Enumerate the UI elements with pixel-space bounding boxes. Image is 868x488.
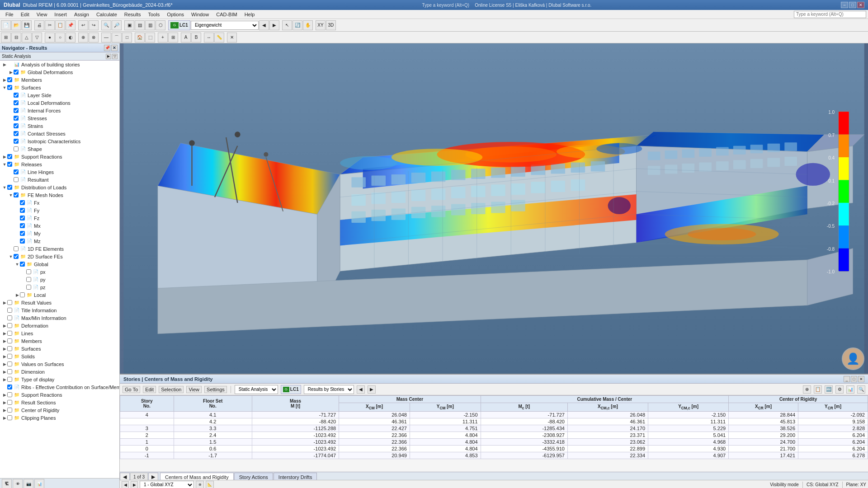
panel-minimize[interactable]: _ bbox=[844, 376, 850, 382]
toggle-result-sections[interactable]: ▶ bbox=[2, 400, 7, 405]
nav-close-button[interactable]: ✕ bbox=[111, 45, 118, 51]
tree-item-deformation[interactable]: ▶ 📁 Deformation bbox=[0, 322, 119, 329]
tb2-dim[interactable]: ↔ bbox=[204, 33, 214, 42]
tb-zoom-in[interactable]: 🔍 bbox=[101, 20, 111, 30]
checkbox-support-reactions2[interactable] bbox=[7, 392, 12, 397]
stories-tb2[interactable]: 📋 bbox=[814, 385, 822, 394]
tree-item-isotropic[interactable]: 📄 Isotropic Characteristics bbox=[0, 137, 119, 145]
tb-undo[interactable]: ↩ bbox=[78, 20, 88, 30]
tree-item-dimension[interactable]: ▶ 📁 Dimension bbox=[0, 368, 119, 375]
checkbox-surfaces[interactable] bbox=[7, 85, 12, 90]
checkbox-result-values[interactable] bbox=[7, 300, 12, 305]
tree-item-contact-stresses[interactable]: 📄 Contact Stresses bbox=[0, 130, 119, 137]
tb-copy[interactable]: 📋 bbox=[55, 20, 65, 30]
stories-tb6[interactable]: 🔍 bbox=[857, 385, 865, 394]
goto-btn[interactable]: Go To bbox=[123, 386, 140, 393]
tb-btn4[interactable]: ⬡ bbox=[156, 20, 165, 30]
tree-item-fe-mesh-nodes[interactable]: ▼ 📁 FE Mesh Nodes bbox=[0, 191, 119, 199]
checkbox-releases[interactable] bbox=[7, 162, 12, 167]
menu-help[interactable]: Help bbox=[241, 11, 259, 18]
tb-btn1[interactable]: ▣ bbox=[124, 20, 134, 30]
checkbox-type-display[interactable] bbox=[7, 377, 12, 382]
tb2-2[interactable]: ⊟ bbox=[11, 33, 21, 42]
table-row[interactable]: 0 0.6 -1023.492 22.366 4.804 -4355.910 2… bbox=[120, 446, 868, 452]
tree-item-stresses[interactable]: 📄 Stresses bbox=[0, 114, 119, 122]
tree-item-fz[interactable]: 📄 Fz bbox=[0, 214, 119, 222]
tree-item-values-on-surfaces[interactable]: ▶ 📁 Values on Surfaces bbox=[0, 360, 119, 368]
toggle-members2[interactable]: ▶ bbox=[2, 338, 7, 344]
tb-cursor[interactable]: ↖ bbox=[282, 20, 292, 30]
tree-item-py[interactable]: 📄 py bbox=[0, 276, 119, 283]
checkbox-result-sections[interactable] bbox=[7, 400, 12, 405]
stories-next[interactable]: ▶ bbox=[368, 385, 376, 394]
toggle-dist-loads[interactable]: ▼ bbox=[2, 185, 7, 190]
tree-item-global[interactable]: ▼ 📁 Global bbox=[0, 260, 119, 268]
checkbox-fx[interactable] bbox=[20, 200, 25, 205]
menu-file[interactable]: File bbox=[2, 11, 17, 18]
table-row[interactable]: 3 3.3 -1125.288 22.427 4.751 -1285.434 2… bbox=[120, 425, 868, 432]
status-next[interactable]: ▶ bbox=[131, 481, 138, 488]
menu-insert[interactable]: Insert bbox=[51, 11, 71, 18]
minimize-button[interactable]: – bbox=[841, 2, 848, 8]
checkbox-local-def[interactable] bbox=[14, 100, 19, 105]
toggle-type-display[interactable]: ▶ bbox=[2, 377, 7, 382]
toggle-global[interactable]: ▼ bbox=[14, 262, 20, 267]
status-prev[interactable]: ◀ bbox=[122, 481, 129, 488]
menu-results[interactable]: Results bbox=[121, 11, 145, 18]
table-row[interactable]: 2 2.4 -1023.492 22.366 4.804 -2308.927 2… bbox=[120, 432, 868, 439]
search-input[interactable] bbox=[794, 11, 866, 18]
tb2-5[interactable]: ● bbox=[45, 33, 55, 42]
tb-redo[interactable]: ↪ bbox=[89, 20, 99, 30]
tb2-3[interactable]: △ bbox=[22, 33, 32, 42]
stories-tb4[interactable]: ⚙ bbox=[835, 385, 844, 394]
toggle-releases[interactable]: ▼ bbox=[2, 162, 7, 167]
tb-new[interactable]: 📄 bbox=[1, 20, 11, 30]
view-btn[interactable]: View bbox=[186, 386, 202, 393]
tree-item-my[interactable]: 📄 My bbox=[0, 230, 119, 237]
tree-item-type-display[interactable]: ▶ 📁 Type of display bbox=[0, 375, 119, 383]
tree-item-center-rigidity[interactable]: ▶ 📁 Center of Rigidity bbox=[0, 406, 119, 414]
tb-btn2[interactable]: ▤ bbox=[135, 20, 145, 30]
stories-prev[interactable]: ◀ bbox=[357, 385, 365, 394]
tb-view-xy[interactable]: XY bbox=[316, 20, 326, 30]
panel-close[interactable]: ✕ bbox=[858, 376, 864, 382]
tree-item-support-reactions2[interactable]: ▶ 📁 Support Reactions bbox=[0, 391, 119, 399]
checkbox-lines[interactable] bbox=[7, 331, 12, 336]
tree-item-shape[interactable]: 📄 Shape bbox=[0, 145, 119, 153]
table-row[interactable]: 4 4.1 -71.727 26.048 -2.150 -71.727 26.0… bbox=[120, 412, 868, 418]
tree-item-local-def[interactable]: 📄 Local Deformations bbox=[0, 99, 119, 107]
tree-item-support-reactions[interactable]: ▶ 📁 Support Reactions bbox=[0, 153, 119, 160]
stories-tb5[interactable]: 📊 bbox=[846, 385, 854, 394]
tree-item-layer-side[interactable]: 📄 Layer Side bbox=[0, 91, 119, 99]
checkbox-fe-2d[interactable] bbox=[14, 254, 19, 259]
nav-expand-all[interactable]: ▶ bbox=[106, 54, 111, 59]
nav-btn-results[interactable]: 📊 bbox=[34, 479, 44, 488]
tb2-7[interactable]: ◐ bbox=[66, 33, 75, 42]
checkbox-fe-mesh-nodes[interactable] bbox=[14, 192, 19, 197]
tb2-wire[interactable]: ⬚ bbox=[145, 33, 155, 42]
tb2-8[interactable]: ⊕ bbox=[78, 33, 88, 42]
toggle-local[interactable]: ▶ bbox=[14, 292, 20, 298]
toggle-values-on-surfaces[interactable]: ▶ bbox=[2, 361, 7, 367]
checkbox-shape[interactable] bbox=[14, 146, 19, 151]
checkbox-members2[interactable] bbox=[7, 338, 12, 343]
tree-item-surfaces2[interactable]: ▶ 📁 Surfaces bbox=[0, 345, 119, 352]
checkbox-support-reactions[interactable] bbox=[7, 154, 12, 159]
tb2-arc[interactable]: ⌒ bbox=[112, 33, 122, 42]
settings-btn[interactable]: Settings bbox=[204, 386, 227, 393]
toggle-deformation[interactable]: ▶ bbox=[2, 323, 7, 328]
checkbox-px[interactable] bbox=[26, 269, 31, 274]
tb2-node[interactable]: + bbox=[158, 33, 168, 42]
menu-window[interactable]: Window bbox=[188, 11, 212, 18]
toggle-dimension[interactable]: ▶ bbox=[2, 369, 7, 375]
tree-item-mx[interactable]: 📄 Mx bbox=[0, 222, 119, 230]
nav-btn-cam[interactable]: 📷 bbox=[24, 479, 33, 488]
checkbox-fz[interactable] bbox=[20, 216, 25, 221]
toggle-analysis[interactable]: ▶ bbox=[2, 62, 7, 67]
status-tb1[interactable]: ⊕ bbox=[196, 481, 204, 488]
viewport-3d[interactable]: 1.0 0.7 0.4 0.1 -0.2 -0.5 -0.8 -1.0 bbox=[120, 43, 868, 374]
checkbox-local[interactable] bbox=[20, 292, 25, 297]
checkbox-stresses[interactable] bbox=[14, 116, 19, 121]
tb2-render[interactable]: 🏠 bbox=[135, 33, 145, 42]
checkbox-surfaces2[interactable] bbox=[7, 346, 12, 351]
